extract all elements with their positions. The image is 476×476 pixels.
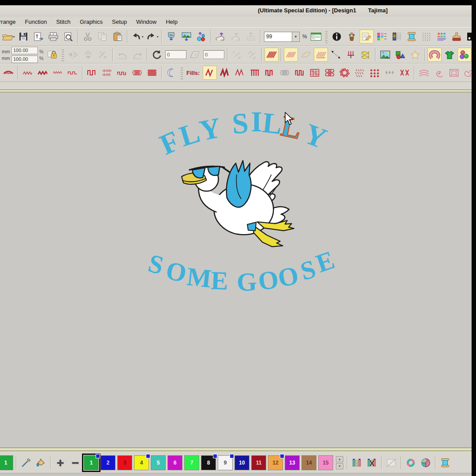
redo-button[interactable]: ▾ [145, 30, 159, 44]
rotate-angle-input[interactable]: 0 [165, 50, 186, 59]
notes-button[interactable] [360, 30, 374, 44]
zoom-value[interactable]: 99 [264, 33, 292, 40]
fill-dots-button[interactable] [368, 66, 382, 80]
zigzag-stitch-button[interactable] [21, 66, 35, 80]
fill-zigzag-bold-button[interactable] [218, 66, 232, 80]
undo-button[interactable]: ▾ [130, 30, 144, 44]
palette-color-14[interactable]: 14 [301, 455, 316, 470]
design-letter[interactable]: S [231, 106, 249, 141]
tick-stitch-button[interactable] [100, 66, 114, 80]
fill-coil-button[interactable] [278, 66, 292, 80]
satin-stitch-button[interactable] [264, 48, 279, 62]
stitch-points-button[interactable] [420, 30, 434, 44]
design-letter[interactable]: I [251, 105, 262, 138]
zigzag-bold-stitch-button[interactable] [36, 66, 50, 80]
garment-button[interactable] [443, 48, 457, 62]
load-backdrop-button[interactable] [378, 48, 392, 62]
zoom-combobox[interactable]: 99▼ [264, 32, 300, 42]
insert-design-button[interactable] [31, 30, 45, 44]
menu-item-stitch[interactable]: Stitch [56, 17, 71, 25]
fill-grid-button[interactable] [308, 66, 322, 80]
crescent-button[interactable] [164, 66, 178, 80]
fill-square-wave-button[interactable] [263, 66, 277, 80]
design-settings-button[interactable] [345, 30, 359, 44]
proportional-lock-button[interactable] [45, 48, 60, 62]
palette-scroll-up-icon[interactable]: ▲ [336, 456, 343, 462]
punch-button[interactable] [214, 30, 228, 44]
neckline-button[interactable] [428, 48, 442, 62]
menu-item-window[interactable]: Window [136, 17, 157, 25]
palette-scroll-spinner[interactable]: ▲▼ [336, 456, 343, 469]
palette-color-10[interactable]: 10 [234, 455, 249, 470]
menu-item-function[interactable]: Function [25, 17, 48, 25]
dropdown-arrow-icon[interactable]: ▾ [156, 35, 158, 39]
palette-color-13[interactable]: 13 [285, 455, 300, 470]
fill-square-wave2-button[interactable] [293, 66, 307, 80]
motif-square-button[interactable] [447, 66, 461, 80]
insert-hold-button[interactable] [344, 48, 358, 62]
palette-color-9[interactable]: 9 [218, 455, 233, 470]
team-design-button[interactable] [435, 30, 449, 44]
palette-color-6[interactable]: 6 [167, 455, 182, 470]
arch-stitch-button[interactable] [1, 66, 15, 80]
palette-color-4[interactable]: 4 [134, 455, 149, 470]
sphere-view-button[interactable] [419, 456, 433, 470]
design-letter[interactable]: M [186, 261, 213, 294]
save-button[interactable] [16, 30, 30, 44]
dropdown-arrow-icon[interactable]: ▾ [13, 35, 15, 39]
palette-color-12[interactable]: 12 [268, 455, 283, 470]
design-properties-form-button[interactable] [309, 30, 323, 44]
palette-color-1[interactable]: 1 [84, 455, 99, 470]
color-wheel-button[interactable] [404, 456, 418, 470]
design-canvas[interactable]: FLYSILLY [0, 93, 472, 447]
palette-color-15[interactable]: 15 [318, 455, 333, 470]
fish-motif-button[interactable] [359, 48, 373, 62]
dropdown-arrow-icon[interactable]: ▾ [141, 35, 143, 39]
fill-bucket-button[interactable] [34, 456, 48, 470]
width-percent-input[interactable]: 100.00 [11, 47, 38, 54]
spool-button[interactable] [438, 456, 452, 470]
thread-chart-x-button[interactable] [365, 456, 379, 470]
load-image-button[interactable] [179, 30, 193, 44]
menu-item-graphics[interactable]: Graphics [79, 17, 103, 25]
design-letter[interactable]: Y [300, 117, 331, 156]
color-balls-button[interactable] [457, 48, 472, 62]
fill-ticks-button[interactable] [353, 66, 367, 80]
add-color-button[interactable] [53, 456, 67, 470]
vector-shapes-button[interactable] [393, 48, 407, 62]
eyedropper-button[interactable] [19, 456, 33, 470]
stamp-button[interactable] [450, 30, 464, 44]
motif-arcs-button[interactable] [417, 66, 431, 80]
palette-color-11[interactable]: 11 [251, 455, 266, 470]
print-preview-button[interactable] [61, 30, 75, 44]
motif-spiral-button[interactable] [432, 66, 446, 80]
design-letter[interactable]: G [236, 267, 257, 298]
thread-spool-button[interactable] [405, 30, 419, 44]
palette-color-8[interactable]: 8 [201, 455, 216, 470]
fill-zigzag-wide-button[interactable] [233, 66, 247, 80]
menu-item-rrange[interactable]: rrange [0, 17, 16, 25]
color-blocks-button[interactable] [375, 30, 389, 44]
rotate-button[interactable] [150, 48, 164, 62]
thread-palette-button[interactable] [390, 30, 404, 44]
fill-vertical-lines-button[interactable] [248, 66, 262, 80]
height-percent-input[interactable]: 100.00 [11, 56, 38, 63]
paste-button[interactable] [111, 30, 125, 44]
fill-diamonds-button[interactable] [383, 66, 397, 80]
design-letter[interactable]: E [210, 265, 229, 296]
fill-cross-button[interactable] [398, 66, 412, 80]
square-wave2-stitch-button[interactable] [115, 66, 129, 80]
thread-chart-button[interactable] [350, 456, 364, 470]
palette-color-5[interactable]: 5 [151, 455, 166, 470]
star-shape-button[interactable] [408, 48, 422, 62]
print-button[interactable] [46, 30, 60, 44]
square-wave-stitch-button[interactable] [85, 66, 99, 80]
run-stitch-button[interactable] [284, 48, 298, 62]
design-letter[interactable]: O [164, 255, 189, 289]
measure-line-button[interactable] [329, 48, 343, 62]
info-button[interactable] [330, 30, 344, 44]
goose-design[interactable] [177, 157, 306, 251]
palette-scroll-down-icon[interactable]: ▼ [336, 463, 343, 469]
remove-color-button[interactable] [68, 456, 82, 470]
coil-stitch-button[interactable] [130, 66, 144, 80]
